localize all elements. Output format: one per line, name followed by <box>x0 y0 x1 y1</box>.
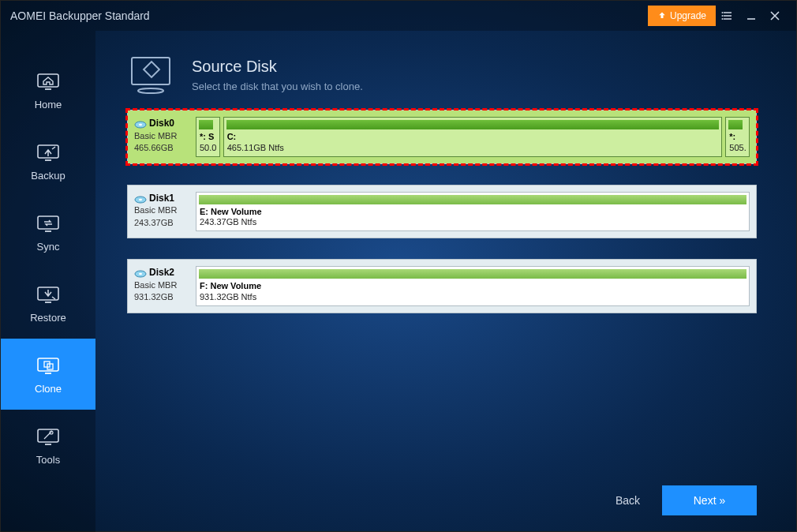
partition[interactable]: *: S50.0 <box>196 117 220 157</box>
upgrade-icon <box>657 11 667 21</box>
disk-size: 465.66GB <box>134 143 174 152</box>
svg-point-1 <box>722 15 724 17</box>
restore-icon <box>36 283 61 305</box>
page-header: Source Disk Select the disk that you wis… <box>127 54 757 96</box>
partition-text: F: New Volume931.32GB Ntfs <box>196 281 749 305</box>
svg-point-14 <box>138 88 163 93</box>
sync-icon <box>36 212 61 234</box>
next-button[interactable]: Next » <box>662 485 757 515</box>
page-subtitle: Select the disk that you wish to clone. <box>192 81 363 92</box>
close-button[interactable] <box>763 1 787 31</box>
partitions: *: S50.0C:465.11GB Ntfs*:505. <box>196 117 750 157</box>
svg-point-20 <box>139 273 142 275</box>
minimize-icon <box>745 9 758 22</box>
disk-size: 931.32GB <box>134 292 174 302</box>
source-disk-icon <box>127 54 174 96</box>
disk-icon <box>134 120 147 128</box>
svg-rect-5 <box>38 216 58 229</box>
partition-bar <box>199 269 746 279</box>
partition-text: *:505. <box>726 132 749 156</box>
backup-icon <box>36 141 61 163</box>
sidebar-label: Clone <box>35 383 62 395</box>
svg-point-2 <box>722 18 724 20</box>
sidebar-item-home[interactable]: Home <box>1 54 95 126</box>
svg-rect-13 <box>144 62 159 77</box>
partition-bar <box>199 195 746 204</box>
sidebar-item-tools[interactable]: Tools <box>1 410 95 481</box>
svg-point-0 <box>722 12 724 13</box>
page-title: Source Disk <box>192 58 363 76</box>
partition[interactable]: F: New Volume931.32GB Ntfs <box>196 266 750 306</box>
disk-icon <box>134 269 147 277</box>
back-button[interactable]: Back <box>616 494 640 507</box>
disk-info: Disk2Basic MBR931.32GB <box>134 266 191 306</box>
sidebar-item-backup[interactable]: Backup <box>1 126 95 197</box>
main-panel: Source Disk Select the disk that you wis… <box>95 31 796 532</box>
disk-name: Disk0 <box>149 118 174 129</box>
partition-bar <box>226 120 720 129</box>
tools-icon <box>36 425 61 448</box>
disk-list: Disk0Basic MBR465.66GB*: S50.0C:465.11GB… <box>127 110 757 313</box>
menu-icon <box>721 9 734 22</box>
sidebar: Home Backup Sync Restore Clone Tools <box>1 31 95 532</box>
disk-row[interactable]: Disk0Basic MBR465.66GB*: S50.0C:465.11GB… <box>127 110 757 164</box>
menu-button[interactable] <box>716 1 739 31</box>
svg-point-11 <box>50 431 53 434</box>
disk-info: Disk1Basic MBR243.37GB <box>134 192 191 232</box>
partitions: F: New Volume931.32GB Ntfs <box>196 266 750 306</box>
sidebar-label: Home <box>35 99 62 111</box>
footer-actions: Back Next » <box>616 485 757 515</box>
disk-type: Basic MBR <box>134 280 177 290</box>
svg-point-18 <box>139 198 142 200</box>
disk-icon <box>134 195 147 203</box>
titlebar: AOMEI Backupper Standard Upgrade <box>1 1 796 31</box>
partition[interactable]: C:465.11GB Ntfs <box>223 117 723 157</box>
sidebar-item-sync[interactable]: Sync <box>1 197 95 268</box>
partition-bar <box>728 120 743 129</box>
sidebar-label: Tools <box>36 454 60 466</box>
home-icon <box>36 70 61 92</box>
partitions: E: New Volume243.37GB Ntfs <box>196 192 750 232</box>
partition[interactable]: *:505. <box>725 117 750 157</box>
upgrade-label: Upgrade <box>670 10 706 21</box>
disk-type: Basic MBR <box>134 205 177 215</box>
sidebar-label: Backup <box>31 170 65 182</box>
disk-type: Basic MBR <box>134 131 177 140</box>
close-icon <box>769 9 781 22</box>
partition-text: C:465.11GB Ntfs <box>224 132 722 156</box>
minimize-button[interactable] <box>739 1 763 31</box>
sidebar-label: Restore <box>30 312 66 324</box>
sidebar-item-clone[interactable]: Clone <box>1 339 95 410</box>
disk-size: 243.37GB <box>134 218 174 227</box>
sidebar-item-restore[interactable]: Restore <box>1 268 95 339</box>
partition-bar <box>199 120 213 129</box>
svg-rect-10 <box>38 429 58 442</box>
disk-row[interactable]: Disk1Basic MBR243.37GBE: New Volume243.3… <box>127 185 757 239</box>
upgrade-button[interactable]: Upgrade <box>648 6 716 26</box>
partition[interactable]: E: New Volume243.37GB Ntfs <box>196 192 750 232</box>
disk-row[interactable]: Disk2Basic MBR931.32GBF: New Volume931.3… <box>127 259 757 313</box>
app-title: AOMEI Backupper Standard <box>10 9 150 22</box>
clone-icon <box>36 354 61 377</box>
disk-name: Disk1 <box>149 193 174 204</box>
svg-point-16 <box>139 124 142 126</box>
partition-text: *: S50.0 <box>196 132 219 156</box>
disk-name: Disk2 <box>149 267 174 278</box>
svg-rect-3 <box>38 74 58 87</box>
disk-info: Disk0Basic MBR465.66GB <box>134 117 191 157</box>
sidebar-label: Sync <box>37 241 60 253</box>
partition-text: E: New Volume243.37GB Ntfs <box>196 207 749 231</box>
